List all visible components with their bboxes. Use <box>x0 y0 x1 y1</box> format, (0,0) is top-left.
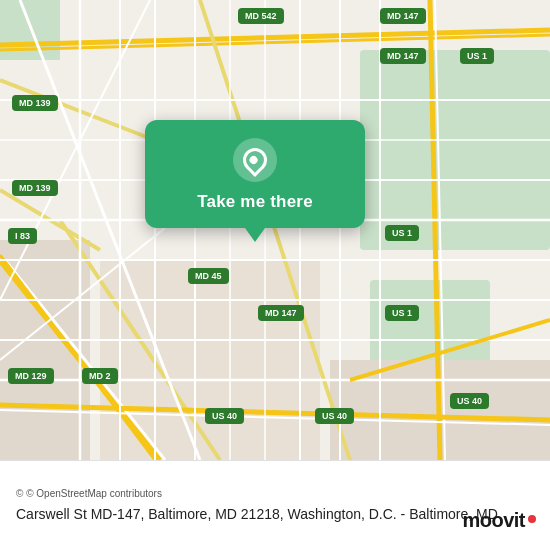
location-title-text: Carswell St MD-147, Baltimore, MD 21218,… <box>16 506 498 522</box>
road-badge-md139-1: MD 139 <box>12 95 58 111</box>
road-badge-md147-top: MD 147 <box>380 8 426 24</box>
road-badge-md129: MD 129 <box>8 368 54 384</box>
location-popup: Take me there <box>145 120 365 228</box>
moovit-logo: moovit <box>462 509 536 532</box>
road-badge-md147-mid: MD 147 <box>258 305 304 321</box>
road-badge-md2: MD 2 <box>82 368 118 384</box>
location-icon-wrapper <box>233 138 277 182</box>
map-container: MD 542 MD 147 MD 147 US 1 MD 139 MD 139 … <box>0 0 550 460</box>
bottom-bar: © © OpenStreetMap contributors Carswell … <box>0 460 550 550</box>
location-pin-icon <box>238 143 272 177</box>
road-badge-us1-top: US 1 <box>460 48 494 64</box>
road-badge-md147-2: MD 147 <box>380 48 426 64</box>
osm-credit: © © OpenStreetMap contributors <box>16 488 534 499</box>
take-me-there-button[interactable]: Take me there <box>197 192 313 212</box>
road-badge-us40-2: US 40 <box>315 408 354 424</box>
moovit-logo-text: moovit <box>462 509 525 532</box>
road-badge-us1-mid: US 1 <box>385 225 419 241</box>
road-badge-i83: I 83 <box>8 228 37 244</box>
road-badge-md139-2: MD 139 <box>12 180 58 196</box>
road-badge-us40-3: US 40 <box>450 393 489 409</box>
road-badge-us40-1: US 40 <box>205 408 244 424</box>
map-svg <box>0 0 550 460</box>
moovit-logo-dot <box>528 515 536 523</box>
road-badge-md542: MD 542 <box>238 8 284 24</box>
road-badge-md45: MD 45 <box>188 268 229 284</box>
osm-icon: © <box>16 488 23 499</box>
location-title: Carswell St MD-147, Baltimore, MD 21218,… <box>16 505 534 525</box>
osm-credit-text: © OpenStreetMap contributors <box>26 488 162 499</box>
road-badge-us1-lower: US 1 <box>385 305 419 321</box>
